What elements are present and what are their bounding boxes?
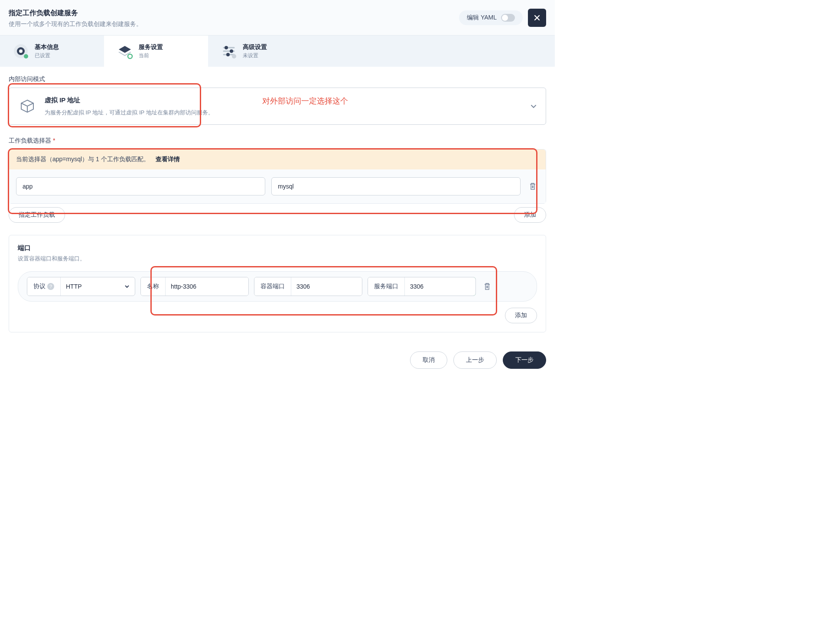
- ports-desc: 设置容器端口和服务端口。: [18, 255, 537, 263]
- selector-label: 工作负载选择器*: [9, 137, 546, 145]
- tab-advanced-status: 未设置: [243, 52, 267, 59]
- cancel-button[interactable]: 取消: [410, 351, 447, 369]
- tab-service-settings[interactable]: 服务设置 当前: [104, 36, 208, 67]
- svg-point-6: [225, 46, 228, 49]
- selector-match-banner: 当前选择器（app=mysql）与 1 个工作负载匹配。 查看详情: [9, 150, 546, 169]
- tab-advanced-settings[interactable]: 高级设置 未设置: [208, 36, 312, 67]
- cube-icon: [18, 97, 37, 116]
- page-subtitle: 使用一个或多个现有的工作负载创建来创建服务。: [9, 20, 459, 28]
- svg-point-8: [230, 49, 233, 53]
- tab-settings-title: 服务设置: [139, 43, 163, 51]
- svg-point-4: [128, 54, 132, 59]
- previous-button[interactable]: 上一步: [453, 351, 497, 369]
- yaml-toggle-icon: [501, 14, 515, 22]
- help-icon[interactable]: ?: [47, 283, 54, 290]
- access-mode-selector[interactable]: 虚拟 IP 地址 对外部访问一定选择这个 为服务分配虚拟 IP 地址，可通过虚拟…: [9, 88, 546, 125]
- protocol-select[interactable]: 协议 ? HTTP: [27, 277, 135, 296]
- tab-basic-title: 基本信息: [35, 43, 59, 51]
- trash-icon: [484, 283, 491, 290]
- port-name-label: 名称: [141, 277, 166, 296]
- add-port-button[interactable]: 添加: [505, 308, 537, 323]
- tab-advanced-title: 高级设置: [243, 43, 267, 51]
- close-icon: [533, 14, 541, 22]
- port-name-input[interactable]: [166, 277, 248, 296]
- delete-selector-button[interactable]: [527, 182, 539, 190]
- access-mode-title: 虚拟 IP 地址: [45, 96, 80, 104]
- selector-value-input[interactable]: [271, 177, 521, 195]
- container-port-input[interactable]: [291, 277, 362, 296]
- service-port-label: 服务端口: [368, 277, 405, 296]
- page-title: 指定工作负载创建服务: [9, 9, 459, 18]
- svg-point-2: [19, 49, 23, 53]
- port-row: 协议 ? HTTP 名称 容器端口: [18, 271, 537, 302]
- tab-basic-info[interactable]: 基本信息 已设置: [0, 36, 104, 67]
- basic-info-icon: [12, 42, 29, 60]
- chevron-down-icon: [530, 103, 537, 110]
- access-mode-label: 内部访问模式: [9, 75, 546, 83]
- svg-point-10: [226, 53, 230, 56]
- access-mode-desc: 为服务分配虚拟 IP 地址，可通过虚拟 IP 地址在集群内部访问服务。: [45, 109, 522, 117]
- protocol-value: HTTP: [66, 283, 82, 290]
- next-button[interactable]: 下一步: [503, 351, 546, 369]
- protocol-label: 协议 ?: [27, 277, 61, 296]
- specify-workload-button[interactable]: 指定工作负载: [9, 207, 65, 223]
- annotation-text: 对外部访问一定选择这个: [262, 96, 348, 106]
- view-details-link[interactable]: 查看详情: [156, 156, 180, 163]
- settings-icon: [116, 42, 133, 60]
- selector-key-input[interactable]: [16, 177, 265, 195]
- close-button[interactable]: [528, 9, 546, 27]
- tab-settings-status: 当前: [139, 52, 163, 59]
- svg-point-3: [24, 54, 28, 59]
- chevron-down-icon: [124, 284, 130, 289]
- trash-icon: [529, 182, 536, 190]
- service-port-input[interactable]: [405, 277, 476, 296]
- advanced-icon: [220, 42, 238, 60]
- edit-yaml-label: 编辑 YAML: [467, 14, 497, 22]
- tab-basic-status: 已设置: [35, 52, 59, 59]
- container-port-label: 容器端口: [254, 277, 291, 296]
- add-selector-button[interactable]: 添加: [514, 207, 546, 223]
- edit-yaml-button[interactable]: 编辑 YAML: [459, 10, 523, 25]
- delete-port-button[interactable]: [481, 283, 493, 290]
- ports-title: 端口: [18, 244, 537, 252]
- svg-point-11: [232, 54, 236, 59]
